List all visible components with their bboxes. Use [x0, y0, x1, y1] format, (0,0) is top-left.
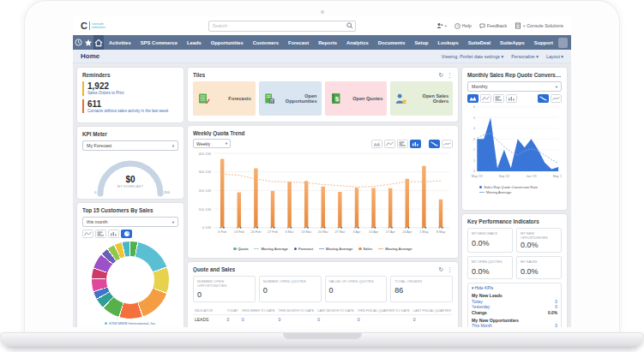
legend-item[interactable]: Quota	[233, 247, 248, 251]
trendline-off-icon[interactable]	[551, 94, 562, 103]
layout-dropdown[interactable]: Layout ▾	[546, 54, 563, 59]
nav-sps-commerce[interactable]: SPS Commerce	[135, 40, 182, 45]
nav-reports[interactable]: Reports	[314, 40, 342, 45]
roles-menu[interactable]: ▾	[436, 22, 447, 29]
personalize-dropdown[interactable]: Personalize ▾	[511, 54, 539, 59]
legend-label: Sales Rep Quote Conversion Rate	[484, 185, 538, 189]
topbar-utilities: ▾ ? Help Feedback ▾ Consule Solutions	[436, 22, 563, 29]
bar-chart-icon[interactable]	[95, 230, 106, 238]
nav-analytics[interactable]: Analytics	[342, 40, 374, 45]
kpi-grid: MY NEW LEADS 0.0% MY NEW OPPORTUNITIES 0…	[467, 228, 562, 279]
trendline-on-icon[interactable]	[538, 94, 549, 103]
kpi-row-link[interactable]: Yesterday	[472, 305, 490, 309]
kebab-menu-icon[interactable]: ⋮	[447, 266, 453, 272]
kpi-row-value[interactable]: 0	[555, 305, 557, 309]
cell-link[interactable]: 0	[240, 315, 277, 325]
column-chart-icon[interactable]	[410, 140, 421, 148]
refresh-icon[interactable]: ↻	[438, 266, 443, 272]
tile-forecasts[interactable]: Forecasts	[193, 81, 256, 116]
help-menu[interactable]: ? Help	[454, 23, 472, 29]
tile-open-quotes[interactable]: $ Open Quotes	[325, 81, 388, 116]
tile-open-opportunities[interactable]: Open Opportunities	[259, 81, 322, 116]
recent-records-icon[interactable]	[73, 35, 83, 50]
cell-link[interactable]: 0	[316, 315, 356, 325]
home-icon[interactable]	[93, 35, 104, 50]
nav-opportunities[interactable]: Opportunities	[206, 40, 248, 45]
hide-kpis-link[interactable]: ▾ Hide KPIs	[472, 286, 557, 290]
feedback-menu[interactable]: Feedback	[479, 23, 507, 29]
refresh-icon[interactable]: ↻	[438, 72, 443, 78]
account-menu[interactable]: ▾ Consule Solutions	[515, 22, 563, 29]
navbar-highlight-button[interactable]	[558, 38, 569, 48]
kpi-row-link[interactable]: This Month	[472, 324, 492, 327]
column-chart-icon[interactable]	[108, 230, 119, 238]
reminder-contacts[interactable]: 611 Contacts without sales activity in t…	[82, 99, 178, 114]
nav-lookups[interactable]: Lookups	[433, 40, 463, 45]
column-chart-icon[interactable]	[506, 94, 517, 103]
stat-value: 0	[329, 286, 383, 295]
nav-support[interactable]: Support	[529, 40, 557, 45]
nav-documents[interactable]: Documents	[373, 40, 410, 45]
nav-customers[interactable]: Customers	[248, 40, 283, 45]
legend-item[interactable]: Moving Average	[254, 247, 287, 251]
legend-label: Forecast	[298, 247, 313, 251]
nav-activities[interactable]: Activities	[104, 40, 135, 45]
nav-setup[interactable]: Setup	[410, 40, 433, 45]
viewing-dropdown[interactable]: Viewing: Portlet date settings ▾	[442, 54, 503, 59]
top-customers-donut-chart[interactable]	[92, 242, 169, 319]
kpi-row-value[interactable]: 0	[555, 324, 557, 327]
cell-link[interactable]: 0	[356, 315, 412, 325]
kpi-row-link[interactable]: Today	[472, 300, 483, 304]
open-quotes-icon: $	[329, 92, 343, 105]
monthly-conversion-area-chart[interactable]: 0123456May '22Sep '22Jan '23May '23	[467, 103, 562, 183]
kpi-section-my-new-leads: My New Leads	[472, 293, 557, 298]
kpi-meter-select[interactable]: My Forecast ▾	[82, 140, 178, 151]
nav-forecast[interactable]: Forecast	[283, 40, 313, 45]
shortcuts-star-icon[interactable]	[83, 35, 93, 50]
legend-item[interactable]: Moving Average	[479, 190, 562, 194]
nav-suiteapps[interactable]: SuiteApps	[496, 40, 530, 45]
reminder-sales-orders[interactable]: 1,922 Sales Orders to Print	[82, 81, 178, 96]
trendline-off-icon[interactable]	[442, 140, 453, 148]
reminder-link[interactable]: Contacts without sales activity in the l…	[87, 109, 178, 114]
cell-link[interactable]: 0	[412, 315, 453, 325]
svg-text:400.10K: 400.10K	[198, 152, 211, 156]
nav-suitedeal[interactable]: SuiteDeal	[463, 40, 495, 45]
bar-chart-icon[interactable]	[493, 94, 504, 103]
trendline-on-icon[interactable]	[429, 140, 440, 148]
svg-text:1 May: 1 May	[419, 230, 429, 234]
legend-label[interactable]: 8768 MWB International, Inc.	[109, 321, 156, 325]
top-customers-range-select[interactable]: this month ▾	[82, 217, 178, 227]
cell-link[interactable]: 0	[226, 315, 240, 325]
legend-item[interactable]: Sales Rep Quote Conversion Rate	[479, 185, 562, 189]
nav-leads[interactable]: Leads	[182, 40, 206, 45]
svg-text:3: 3	[473, 138, 475, 141]
bar-chart-icon[interactable]	[397, 140, 408, 148]
weekly-quota-bar-chart[interactable]: 0.10K100.10K200.10K300.10K400.10K6 Feb13…	[193, 148, 453, 246]
weekly-quota-title: Weekly Quota Trend	[193, 130, 453, 136]
legend-item[interactable]: Forecast	[294, 247, 313, 251]
tile-open-sales-orders[interactable]: Open Sales Orders	[390, 81, 453, 116]
legend-item[interactable]: Moving Average	[319, 247, 352, 251]
building-icon	[515, 22, 521, 29]
area-chart-icon[interactable]	[467, 94, 478, 103]
line-chart-icon[interactable]	[82, 230, 93, 238]
legend-item[interactable]: Moving Average	[378, 247, 412, 251]
search-icon[interactable]	[346, 22, 353, 30]
search-input[interactable]	[208, 21, 356, 32]
svg-text:100.10K: 100.10K	[198, 207, 211, 212]
legend-item[interactable]: Sales	[358, 247, 372, 251]
reminder-link[interactable]: Sales Orders to Print	[87, 91, 178, 96]
pie-chart-icon[interactable]	[121, 230, 132, 238]
kpi-row-value[interactable]: 0	[555, 300, 557, 304]
legend-label: Moving Average	[385, 247, 412, 251]
cell-link[interactable]: 0	[277, 315, 316, 325]
kebab-menu-icon[interactable]: ⋮	[447, 72, 453, 78]
line-chart-icon[interactable]	[384, 140, 395, 148]
tile-label: Open Opportunities	[275, 93, 316, 104]
monthly-range-select[interactable]: Monthly ▾	[467, 81, 562, 92]
line-chart-icon[interactable]	[480, 94, 491, 103]
weekly-quota-range-select[interactable]: Weekly ▾	[193, 139, 231, 148]
area-chart-icon[interactable]	[371, 140, 382, 148]
company-logo[interactable]: C consulesolutions	[81, 21, 105, 31]
